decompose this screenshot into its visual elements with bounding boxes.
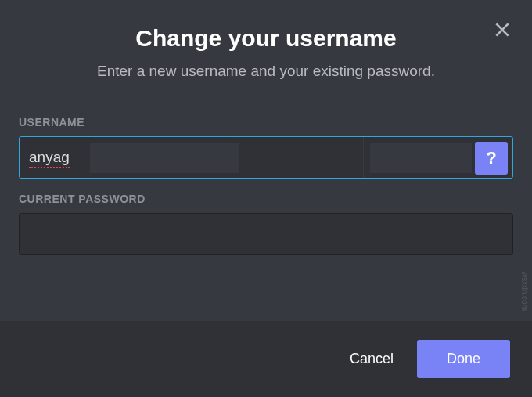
username-label: USERNAME xyxy=(19,116,513,128)
modal-footer: Cancel Done xyxy=(0,321,532,397)
username-value: anyag xyxy=(29,149,70,166)
password-input[interactable] xyxy=(19,213,513,255)
close-button[interactable] xyxy=(491,19,513,41)
watermark: wsxdn.com xyxy=(520,272,529,311)
close-icon xyxy=(492,20,512,40)
help-button[interactable]: ? xyxy=(475,142,508,175)
password-label: CURRENT PASSWORD xyxy=(19,193,513,205)
modal-header: Change your username Enter a new usernam… xyxy=(0,0,532,96)
modal-subtitle: Enter a new username and your existing p… xyxy=(19,63,513,80)
question-icon: ? xyxy=(486,148,496,168)
cancel-button[interactable]: Cancel xyxy=(343,341,400,377)
form-area: USERNAME anyag ? CURRENT PASSWORD xyxy=(0,96,532,321)
username-input-area[interactable]: anyag xyxy=(20,137,364,178)
username-field-row[interactable]: anyag ? xyxy=(19,136,513,179)
change-username-modal: Change your username Enter a new usernam… xyxy=(0,0,532,397)
done-button[interactable]: Done xyxy=(417,340,510,378)
redacted-block xyxy=(90,143,239,173)
redacted-block xyxy=(370,143,472,173)
discriminator-area: ? xyxy=(364,137,512,178)
modal-title: Change your username xyxy=(19,25,513,52)
